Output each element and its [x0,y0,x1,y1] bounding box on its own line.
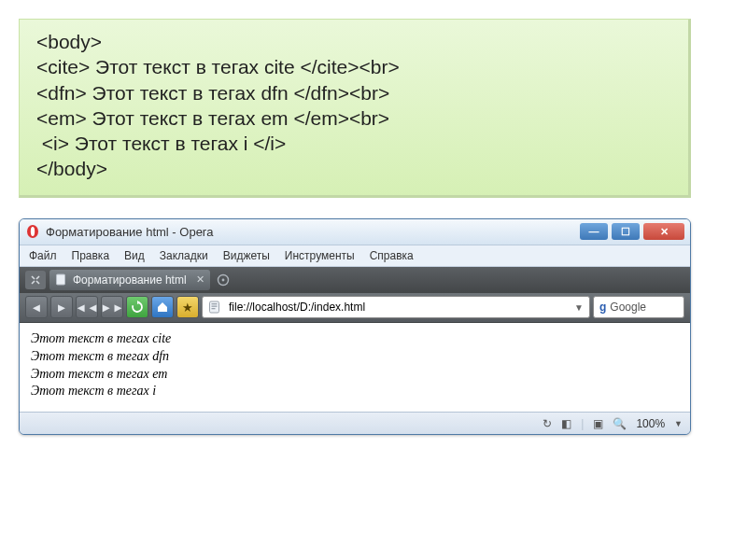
panel-toggle-icon[interactable]: ◧ [561,417,571,430]
menu-tools[interactable]: Инструменты [285,249,355,262]
menu-widgets[interactable]: Виджеты [223,249,270,262]
tab-active[interactable]: Форматирование html ✕ [49,270,210,290]
svg-rect-6 [212,303,218,304]
back-button[interactable]: ◄ [25,296,48,318]
tab-label: Форматирование html [73,273,187,287]
page-line: Этот текст в тегах dfn [31,348,679,366]
window-controls: — ☐ ✕ [580,223,684,240]
svg-rect-5 [210,301,219,313]
browser-window: Форматирование html - Opera — ☐ ✕ Файл П… [19,218,691,436]
camera-icon[interactable]: ▣ [593,417,603,430]
minimize-button[interactable]: — [580,223,608,240]
opera-icon [25,224,40,239]
page-line: Этот текст в тегах em [31,366,679,384]
svg-point-1 [31,227,35,236]
address-dropdown-icon[interactable]: ▼ [574,302,584,313]
rewind-button[interactable]: ◄◄ [76,296,98,318]
page-icon [55,273,67,286]
maximize-button[interactable]: ☐ [612,223,640,240]
code-line: </body> [36,158,107,179]
page-content: Этот текст в тегах cite Этот текст в тег… [20,323,690,413]
titlebar: Форматирование html - Opera — ☐ ✕ [20,219,690,245]
code-line: <body> [36,31,102,52]
code-line: <i> Этот текст в тегах i </i> [36,133,286,154]
address-input[interactable] [227,298,569,316]
page-line: Этот текст в тегах cite [31,330,679,348]
code-example-block: <body> <cite> Этот текст в тегах cite </… [19,19,691,198]
search-provider-label: Google [610,301,646,314]
panels-icon[interactable] [25,271,46,289]
menu-view[interactable]: Вид [124,249,145,262]
forward-button[interactable]: ► [50,296,73,318]
page-line: Этот текст в тегах i [31,383,679,400]
menu-help[interactable]: Справка [370,249,414,262]
google-icon: g [599,301,606,314]
address-bar[interactable]: ▼ [202,296,590,318]
separator: | [581,417,584,430]
fastforward-button[interactable]: ►► [101,296,123,318]
window-title: Форматирование html - Opera [46,225,580,239]
zoom-dropdown-icon[interactable]: ▼ [674,419,683,428]
svg-point-4 [221,278,224,281]
new-tab-button[interactable] [214,271,233,289]
tab-close-icon[interactable]: ✕ [196,273,204,286]
favicon-icon [208,301,221,314]
star-button[interactable]: ★ [176,296,199,318]
svg-rect-8 [212,308,216,309]
reload-button[interactable] [126,296,148,318]
home-button[interactable] [151,296,174,318]
zoom-level: 100% [636,417,665,430]
code-line: <em> Этот текст в тегах em </em><br> [36,107,389,129]
search-box[interactable]: g Google [593,296,684,318]
menubar: Файл Правка Вид Закладки Виджеты Инструм… [20,245,690,267]
zoom-icon[interactable]: 🔍 [613,417,627,430]
code-line: <cite> Этот текст в тегах cite </cite><b… [36,56,400,77]
tabbar: Форматирование html ✕ [20,267,690,293]
code-line: <dfn> Этот текст в тегах dfn </dfn><br> [36,82,389,104]
menu-file[interactable]: Файл [29,249,57,262]
toolbar: ◄ ► ◄◄ ►► ★ ▼ g Google [20,293,690,323]
menu-bookmarks[interactable]: Закладки [160,249,208,262]
svg-rect-7 [212,306,218,307]
svg-rect-2 [57,274,65,285]
menu-edit[interactable]: Правка [72,249,110,262]
close-button[interactable]: ✕ [643,223,684,240]
statusbar: ↻ ◧ | ▣ 🔍 100% ▼ [20,412,690,434]
sync-icon[interactable]: ↻ [543,417,552,430]
